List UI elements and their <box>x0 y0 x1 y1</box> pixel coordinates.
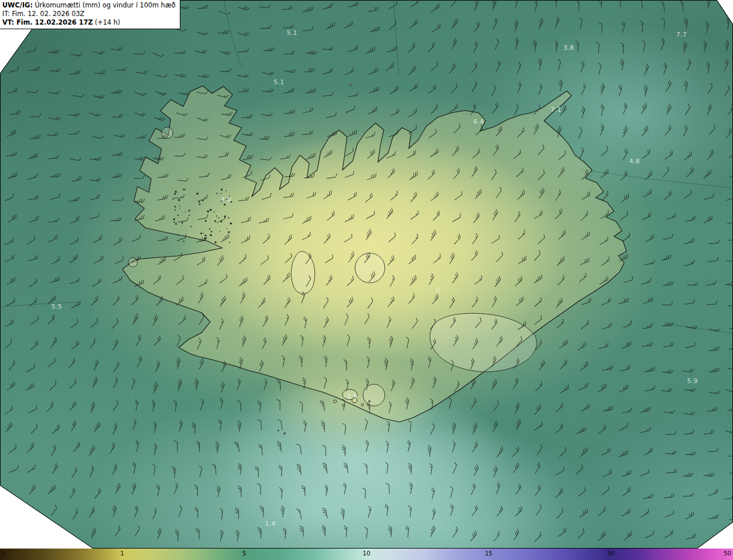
map-value-label: 5.9 <box>687 377 697 385</box>
weather-map-figure: 5.13.87.75.17.16.44.84.85.55.92.91.40 UW… <box>0 0 733 560</box>
colorbar-tick-label: 0 <box>1 550 5 557</box>
map-value-labels: 5.13.87.75.17.16.44.84.85.55.92.91.40 <box>0 0 733 549</box>
colorbar-tick-label: 1 <box>120 550 124 557</box>
title-line-valid: VT: Fim. 12.02.2026 17Z (+14 h) <box>2 18 176 27</box>
map-value-label: 2.9 <box>347 393 357 400</box>
colorbar-tick-label: 50 <box>724 550 731 557</box>
model-name: UWC/IG: <box>2 1 33 9</box>
title-box: UWC/IG: Úrkomumætti (mm) og vindur í 100… <box>0 0 180 29</box>
map-value-label: 7.1 <box>551 106 561 113</box>
valid-offset: (+14 h) <box>93 18 120 26</box>
colorbar-tick-label: 10 <box>362 550 370 557</box>
map-value-label: 5.5 <box>52 303 62 310</box>
title-line-product: UWC/IG: Úrkomumætti (mm) og vindur í 100… <box>2 1 176 10</box>
map-value-label: 6.4 <box>474 118 484 125</box>
map-value-label: 0 <box>436 286 440 294</box>
colorbar: 01510153050 <box>0 549 733 560</box>
map-canvas: 5.13.87.75.17.16.44.84.85.55.92.91.40 <box>0 0 733 549</box>
colorbar-tick-label: 30 <box>607 550 614 557</box>
map-value-label: 5.1 <box>274 78 284 86</box>
colorbar-tick-label: 15 <box>485 550 492 557</box>
map-value-label: 5.1 <box>287 29 297 37</box>
map-value-label: 1.4 <box>265 520 275 527</box>
colorbar-tick-label: 5 <box>242 550 246 557</box>
title-line-init: IT: Fim. 12. 02. 2026 03Z <box>2 10 176 18</box>
map-value-label: 4.8 <box>221 196 231 203</box>
map-value-label: 3.8 <box>563 44 574 52</box>
product-title: Úrkomumætti (mm) og vindur í 100m hæð <box>33 1 176 9</box>
map-value-label: 7.7 <box>676 31 687 38</box>
valid-time: VT: Fim. 12.02.2026 17Z <box>2 18 93 26</box>
map-value-label: 4.8 <box>629 157 640 165</box>
